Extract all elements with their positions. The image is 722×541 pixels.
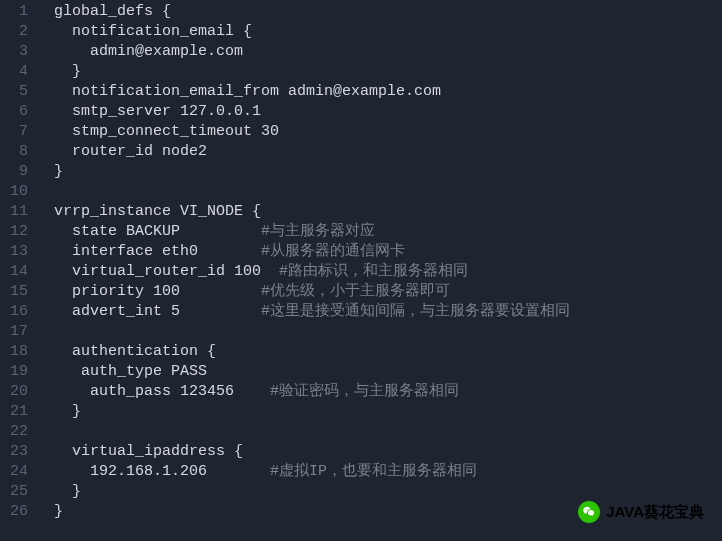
code-line[interactable]: auth_pass 123456 #验证密码，与主服务器相同 — [54, 382, 722, 402]
code-comment: #验证密码，与主服务器相同 — [270, 383, 459, 400]
code-line[interactable]: advert_int 5 #这里是接受通知间隔，与主服务器要设置相同 — [54, 302, 722, 322]
code-text: } — [54, 483, 81, 500]
code-text: notification_email { — [54, 23, 252, 40]
code-text: vrrp_instance VI_NODE { — [54, 203, 261, 220]
code-text: auth_type PASS — [54, 363, 207, 380]
line-number: 13 — [4, 242, 28, 262]
code-text: stmp_connect_timeout 30 — [54, 123, 279, 140]
code-text: priority 100 — [54, 283, 261, 300]
watermark-text: JAVA葵花宝典 — [606, 502, 704, 522]
code-text: router_id node2 — [54, 143, 207, 160]
code-comment: #虚拟IP，也要和主服务器相同 — [270, 463, 477, 480]
code-line[interactable]: stmp_connect_timeout 30 — [54, 122, 722, 142]
code-line[interactable]: smtp_server 127.0.0.1 — [54, 102, 722, 122]
code-text: interface eth0 — [54, 243, 261, 260]
line-number: 5 — [4, 82, 28, 102]
line-number: 24 — [4, 462, 28, 482]
code-line[interactable]: state BACKUP #与主服务器对应 — [54, 222, 722, 242]
code-area[interactable]: global_defs { notification_email { admin… — [36, 0, 722, 541]
code-line[interactable]: } — [54, 62, 722, 82]
watermark: JAVA葵花宝典 — [578, 501, 704, 523]
code-line[interactable]: router_id node2 — [54, 142, 722, 162]
code-text: auth_pass 123456 — [54, 383, 270, 400]
code-text: } — [54, 163, 63, 180]
code-comment: #优先级，小于主服务器即可 — [261, 283, 450, 300]
code-text: state BACKUP — [54, 223, 261, 240]
line-number: 7 — [4, 122, 28, 142]
code-line[interactable]: auth_type PASS — [54, 362, 722, 382]
code-text: global_defs { — [54, 3, 171, 20]
line-number: 26 — [4, 502, 28, 522]
code-comment: #从服务器的通信网卡 — [261, 243, 405, 260]
line-number: 25 — [4, 482, 28, 502]
line-number: 6 — [4, 102, 28, 122]
code-line[interactable]: authentication { — [54, 342, 722, 362]
line-number: 18 — [4, 342, 28, 362]
code-text: authentication { — [54, 343, 216, 360]
code-comment: #这里是接受通知间隔，与主服务器要设置相同 — [261, 303, 570, 320]
code-line[interactable]: virtual_ipaddress { — [54, 442, 722, 462]
code-line[interactable]: notification_email { — [54, 22, 722, 42]
line-number: 21 — [4, 402, 28, 422]
code-line[interactable]: global_defs { — [54, 2, 722, 22]
code-text: smtp_server 127.0.0.1 — [54, 103, 261, 120]
code-text: virtual_ipaddress { — [54, 443, 243, 460]
code-comment: #路由标识，和主服务器相同 — [279, 263, 468, 280]
code-line[interactable]: } — [54, 162, 722, 182]
line-number: 2 — [4, 22, 28, 42]
line-number: 8 — [4, 142, 28, 162]
code-line[interactable] — [54, 182, 722, 202]
code-line[interactable]: 192.168.1.206 #虚拟IP，也要和主服务器相同 — [54, 462, 722, 482]
line-number: 1 — [4, 2, 28, 22]
line-number: 17 — [4, 322, 28, 342]
code-text: virtual_router_id 100 — [54, 263, 279, 280]
line-number: 4 — [4, 62, 28, 82]
code-comment: #与主服务器对应 — [261, 223, 375, 240]
code-editor[interactable]: 1234567891011121314151617181920212223242… — [0, 0, 722, 541]
code-line[interactable]: admin@example.com — [54, 42, 722, 62]
line-number: 15 — [4, 282, 28, 302]
line-number: 16 — [4, 302, 28, 322]
code-line[interactable]: vrrp_instance VI_NODE { — [54, 202, 722, 222]
line-number-gutter: 1234567891011121314151617181920212223242… — [0, 0, 36, 541]
line-number: 23 — [4, 442, 28, 462]
line-number: 9 — [4, 162, 28, 182]
code-line[interactable]: interface eth0 #从服务器的通信网卡 — [54, 242, 722, 262]
code-line[interactable]: } — [54, 482, 722, 502]
code-line[interactable]: virtual_router_id 100 #路由标识，和主服务器相同 — [54, 262, 722, 282]
code-text: notification_email_from admin@example.co… — [54, 83, 441, 100]
line-number: 20 — [4, 382, 28, 402]
line-number: 14 — [4, 262, 28, 282]
line-number: 3 — [4, 42, 28, 62]
code-line[interactable]: priority 100 #优先级，小于主服务器即可 — [54, 282, 722, 302]
line-number: 19 — [4, 362, 28, 382]
line-number: 10 — [4, 182, 28, 202]
code-text: advert_int 5 — [54, 303, 261, 320]
code-line[interactable]: } — [54, 402, 722, 422]
code-text: } — [54, 63, 81, 80]
code-text: admin@example.com — [54, 43, 243, 60]
code-text: } — [54, 403, 81, 420]
code-text: 192.168.1.206 — [54, 463, 270, 480]
code-line[interactable] — [54, 422, 722, 442]
line-number: 11 — [4, 202, 28, 222]
code-line[interactable]: notification_email_from admin@example.co… — [54, 82, 722, 102]
line-number: 22 — [4, 422, 28, 442]
line-number: 12 — [4, 222, 28, 242]
code-text: } — [54, 503, 63, 520]
code-line[interactable] — [54, 322, 722, 342]
wechat-icon — [578, 501, 600, 523]
